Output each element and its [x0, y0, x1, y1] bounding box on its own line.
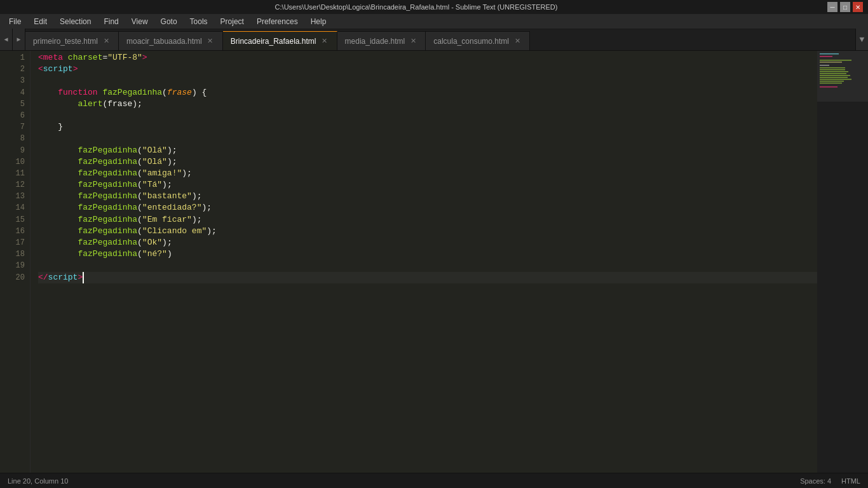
- line-num-9: 9: [0, 145, 25, 156]
- code-line-7: }: [38, 121, 817, 133]
- code-line-1: <meta charset="UTF-8">: [38, 52, 817, 64]
- tab-media-idade[interactable]: media_idade.html ✕: [337, 31, 426, 50]
- tab-label: media_idade.html: [345, 37, 405, 46]
- line-num-17: 17: [0, 237, 25, 248]
- status-spaces: Spaces: 4: [800, 477, 831, 485]
- tab-label: moacir_tabuaada.html: [126, 37, 202, 46]
- line-num-3: 3: [0, 75, 25, 86]
- tab-close-moacir[interactable]: ✕: [206, 37, 215, 46]
- code-line-16: fazPegadinha("Clicando em");: [38, 226, 817, 237]
- tab-close-media[interactable]: ✕: [409, 37, 417, 46]
- line-num-4: 4: [0, 87, 25, 98]
- title-bar: C:\Users\User\Desktop\Logica\Brincadeira…: [0, 0, 868, 14]
- window-controls: ─ □ ✕: [827, 2, 863, 12]
- tab-overflow-button[interactable]: ▼: [855, 29, 868, 50]
- code-line-13: fazPegadinha("bastante");: [38, 191, 817, 202]
- minimap-highlight: [817, 51, 868, 102]
- title-text: C:\Users\User\Desktop\Logica\Brincadeira…: [5, 3, 827, 11]
- code-line-4: function fazPegadinha(frase) {: [38, 87, 817, 98]
- line-num-16: 16: [0, 226, 25, 237]
- tab-calcula-consumo[interactable]: calcula_consumo.html ✕: [426, 31, 530, 50]
- code-line-14: fazPegadinha("entediada?");: [38, 202, 817, 214]
- menu-goto[interactable]: Goto: [154, 14, 184, 29]
- tab-primeiro-teste[interactable]: primeiro_teste.html ✕: [25, 31, 119, 50]
- status-left: Line 20, Column 10: [8, 477, 68, 485]
- code-line-19: [38, 260, 817, 271]
- line-num-11: 11: [0, 168, 25, 179]
- line-num-15: 15: [0, 214, 25, 226]
- code-line-11: fazPegadinha("amiga!");: [38, 168, 817, 179]
- tab-nav-next[interactable]: ▶: [13, 29, 25, 50]
- code-line-12: fazPegadinha("Tá");: [38, 179, 817, 191]
- line-num-6: 6: [0, 110, 25, 121]
- maximize-button[interactable]: □: [840, 2, 850, 12]
- line-num-14: 14: [0, 202, 25, 214]
- line-num-10: 10: [0, 156, 25, 168]
- menu-tools[interactable]: Tools: [184, 14, 214, 29]
- code-line-18: fazPegadinha("né?"): [38, 248, 817, 260]
- menu-preferences[interactable]: Preferences: [250, 14, 304, 29]
- close-button[interactable]: ✕: [853, 2, 863, 12]
- line-num-12: 12: [0, 179, 25, 191]
- tab-moacir-tabuaada[interactable]: moacir_tabuaada.html ✕: [119, 31, 223, 50]
- tab-label: calcula_consumo.html: [433, 37, 509, 46]
- tab-label: primeiro_teste.html: [33, 37, 98, 46]
- code-line-15: fazPegadinha("Em ficar");: [38, 214, 817, 226]
- line-num-18: 18: [0, 248, 25, 260]
- status-bar: Line 20, Column 10 Spaces: 4 HTML: [0, 473, 868, 488]
- tab-label: Brincadeira_Rafaela.html: [231, 37, 316, 46]
- status-right: Spaces: 4 HTML: [800, 477, 860, 485]
- status-position: Line 20, Column 10: [8, 477, 68, 485]
- line-num-1: 1: [0, 52, 25, 64]
- code-line-5: alert(frase);: [38, 98, 817, 110]
- tab-close-calcula[interactable]: ✕: [513, 37, 522, 46]
- editor: 1 2 3 4 5 6 7 8 9 10 11 12 13 14 15 16 1…: [0, 51, 868, 473]
- tab-brincadeira-rafaela[interactable]: Brincadeira_Rafaela.html ✕: [223, 31, 337, 50]
- line-num-5: 5: [0, 98, 25, 110]
- menu-file[interactable]: File: [3, 14, 27, 29]
- code-line-20: </script>​: [38, 272, 817, 283]
- minimap: [817, 51, 868, 473]
- tab-nav-prev[interactable]: ◀: [0, 29, 13, 50]
- line-num-20: 20: [0, 272, 25, 283]
- menu-selection[interactable]: Selection: [53, 14, 97, 29]
- code-line-9: fazPegadinha("Olá");: [38, 145, 817, 156]
- code-line-8: [38, 133, 817, 144]
- tab-close-primeiro[interactable]: ✕: [102, 37, 111, 46]
- menu-edit[interactable]: Edit: [27, 14, 53, 29]
- line-num-7: 7: [0, 121, 25, 133]
- tab-close-brincadeira[interactable]: ✕: [320, 37, 329, 46]
- menu-view[interactable]: View: [125, 14, 154, 29]
- code-line-3: [38, 75, 817, 86]
- menu-project[interactable]: Project: [214, 14, 250, 29]
- code-line-6: [38, 110, 817, 121]
- minimize-button[interactable]: ─: [827, 2, 837, 12]
- menu-find[interactable]: Find: [97, 14, 125, 29]
- code-line-10: fazPegadinha("Olá");: [38, 156, 817, 168]
- menu-help[interactable]: Help: [304, 14, 333, 29]
- tab-bar: ◀ ▶ primeiro_teste.html ✕ moacir_tabuaad…: [0, 29, 868, 51]
- line-numbers: 1 2 3 4 5 6 7 8 9 10 11 12 13 14 15 16 1…: [0, 51, 31, 473]
- code-line-2: <script>: [38, 64, 817, 75]
- code-area[interactable]: <meta charset="UTF-8"> <script> function…: [31, 51, 817, 473]
- line-num-13: 13: [0, 191, 25, 202]
- menu-bar: File Edit Selection Find View Goto Tools…: [0, 14, 868, 29]
- status-syntax: HTML: [841, 477, 860, 485]
- line-num-8: 8: [0, 133, 25, 144]
- code-line-17: fazPegadinha("Ok");: [38, 237, 817, 248]
- line-num-19: 19: [0, 260, 25, 271]
- line-num-2: 2: [0, 64, 25, 75]
